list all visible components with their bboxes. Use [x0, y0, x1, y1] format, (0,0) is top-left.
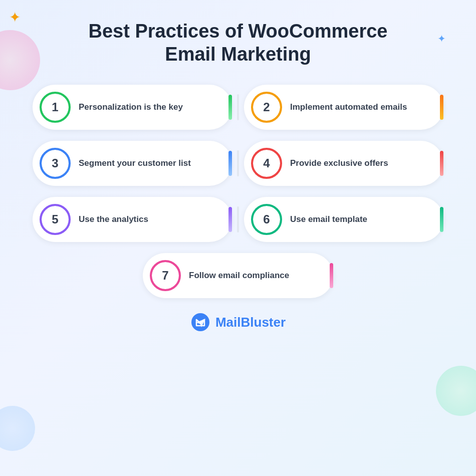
- list-item-3: 3 Segment your customer list: [33, 141, 232, 186]
- list-item-2: 2 Implement automated emails: [244, 85, 443, 130]
- item-label-5: Use the analytics: [79, 214, 148, 225]
- items-grid: 1 Personalization is the key 2 Implement…: [33, 85, 443, 298]
- grid-row-2: 3 Segment your customer list 4 Provide e…: [33, 141, 443, 186]
- accent-bar-7: [330, 263, 333, 288]
- column-divider-1: [237, 94, 239, 120]
- number-badge-6: 6: [251, 204, 282, 235]
- number-badge-2: 2: [251, 92, 282, 123]
- accent-bar-4: [440, 151, 443, 176]
- list-item-4: 4 Provide exclusive offers: [244, 141, 443, 186]
- grid-row-4: 7 Follow email compliance: [33, 253, 443, 298]
- column-divider-2: [237, 150, 239, 176]
- accent-bar-3: [228, 151, 232, 176]
- grid-row-3: 5 Use the analytics 6 Use email template: [33, 197, 443, 242]
- item-label-3: Segment your customer list: [79, 158, 191, 169]
- item-label-2: Implement automated emails: [290, 102, 407, 113]
- list-item-5: 5 Use the analytics: [33, 197, 232, 242]
- accent-bar-6: [440, 207, 443, 232]
- brand-name: MailBluster: [215, 315, 286, 330]
- number-badge-3: 3: [40, 148, 71, 179]
- grid-row-1: 1 Personalization is the key 2 Implement…: [33, 85, 443, 130]
- number-badge-1: 1: [40, 92, 71, 123]
- accent-bar-5: [228, 207, 232, 232]
- column-divider-3: [237, 206, 239, 232]
- item-label-4: Provide exclusive offers: [290, 158, 388, 169]
- accent-bar-1: [228, 95, 232, 120]
- number-badge-7: 7: [150, 260, 181, 291]
- list-item-7: 7 Follow email compliance: [143, 253, 333, 298]
- main-container: Best Practices of WooCommerce Email Mark…: [0, 0, 476, 476]
- item-label-6: Use email template: [290, 214, 367, 225]
- item-label-1: Personalization is the key: [79, 102, 183, 113]
- list-item-6: 6 Use email template: [244, 197, 443, 242]
- brand-logo-icon: [190, 312, 210, 332]
- accent-bar-2: [440, 95, 443, 120]
- brand-footer: MailBluster: [190, 312, 286, 332]
- item-label-7: Follow email compliance: [189, 270, 289, 281]
- page-title: Best Practices of WooCommerce Email Mark…: [89, 20, 388, 66]
- number-badge-5: 5: [40, 204, 71, 235]
- list-item-1: 1 Personalization is the key: [33, 85, 232, 130]
- number-badge-4: 4: [251, 148, 282, 179]
